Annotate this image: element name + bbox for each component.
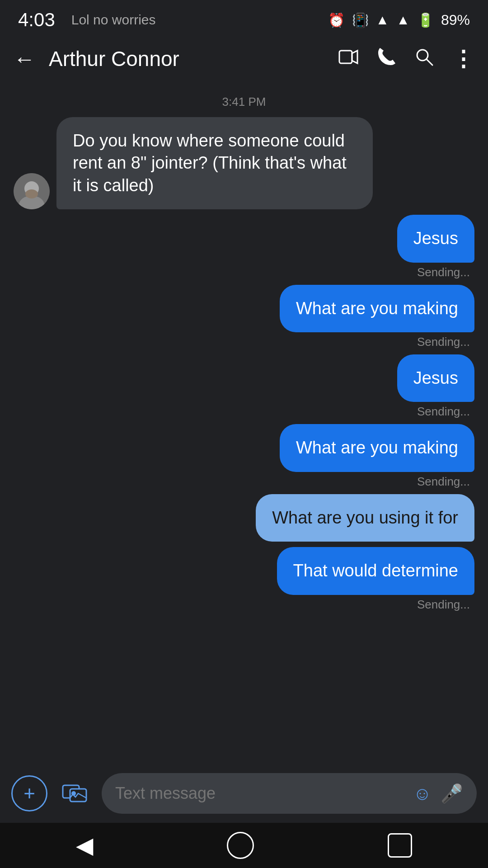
alarm-icon: ⏰ [328,12,345,28]
svg-marker-1 [352,51,357,63]
avatar [14,173,50,209]
bubble-container: Jesus Sending... [397,215,474,279]
wifi-icon: ▲ [376,12,389,28]
message-row: Jesus Sending... [14,354,474,419]
back-button[interactable]: ← [14,47,35,71]
sent-bubble: Jesus [397,215,474,262]
battery-percent: 89% [441,12,470,28]
sent-bubble: What are you making [280,424,474,472]
phone-call-icon[interactable] [376,47,396,71]
navigation-bar: ◀ [0,823,488,868]
contact-name: Arthur Connor [49,47,325,71]
message-status: Sending... [417,598,474,612]
status-icons: ⏰ 📳 ▲ ▲ 🔋 89% [328,12,470,28]
app-bar-actions: ⋮ [338,46,474,71]
back-nav-icon[interactable]: ◀ [76,832,93,859]
message-row: Do you know where someone could rent an … [14,117,474,209]
received-bubble: Do you know where someone could rent an … [56,117,373,209]
signal-icon: ▲ [396,12,410,28]
sent-bubble: Jesus [397,354,474,402]
bubble-container: What are you making Sending... [280,285,474,349]
svg-rect-0 [339,51,352,63]
message-row: What are you making Sending... [14,424,474,488]
recents-nav-icon[interactable] [388,833,412,858]
emoji-icon[interactable]: ☺ [413,783,432,804]
search-icon[interactable] [414,47,434,71]
app-bar: ← Arthur Connor ⋮ [0,36,488,81]
bubble-container: That would determine Sending... [277,547,474,611]
status-time: 4:03 [18,9,55,31]
message-row: What are you making Sending... [14,285,474,349]
sent-bubble-light: What are you using it for [256,494,474,542]
status-notification: Lol no worries [71,12,156,28]
messages-area: 3:41 PM Do you know where someone could … [0,81,488,764]
bubble-container: What are you making Sending... [280,424,474,488]
message-row: That would determine Sending... [14,547,474,611]
svg-line-3 [427,59,432,65]
message-row: What are you using it for [14,494,474,542]
microphone-icon[interactable]: 🎤 [441,783,463,804]
plus-icon: + [23,783,35,803]
home-nav-icon[interactable] [227,832,254,859]
bubble-container: What are you using it for [256,494,474,542]
text-input-wrapper: ☺ 🎤 [102,773,477,814]
gallery-button[interactable] [56,775,93,811]
bubble-container: Jesus Sending... [397,354,474,419]
message-status: Sending... [417,265,474,279]
svg-point-7 [25,189,38,198]
sent-bubble: What are you making [280,285,474,332]
message-status: Sending... [417,335,474,349]
battery-icon: 🔋 [417,12,434,28]
add-button[interactable]: + [11,775,47,811]
message-input[interactable] [115,784,404,803]
vibrate-icon: 📳 [352,12,369,28]
input-area: + ☺ 🎤 [0,764,488,823]
sent-bubble: That would determine [277,547,474,594]
message-row: Jesus Sending... [14,215,474,279]
more-options-icon[interactable]: ⋮ [452,46,474,71]
bubble-container: Do you know where someone could rent an … [56,117,373,209]
message-status: Sending... [417,475,474,489]
message-timestamp: 3:41 PM [14,95,474,109]
video-call-icon[interactable] [338,47,358,71]
status-bar: 4:03 Lol no worries ⏰ 📳 ▲ ▲ 🔋 89% [0,0,488,36]
message-status: Sending... [417,405,474,419]
